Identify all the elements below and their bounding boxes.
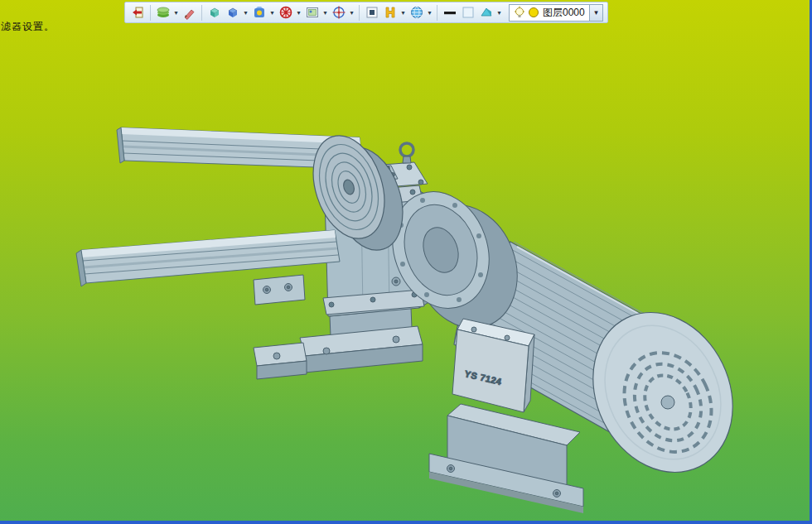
wheel-gear-icon[interactable] [277,4,294,22]
cube-view-icon[interactable] [224,4,241,22]
toolbar-separator [150,5,151,21]
eye-bolt [400,143,413,163]
render-layers-icon[interactable] [154,4,172,22]
dropdown-arrow[interactable]: ▾ [295,4,302,22]
paint-bucket-icon[interactable] [250,4,268,22]
solid-box-icon[interactable] [205,4,223,22]
toolbar-separator [437,5,437,21]
dropdown-arrow[interactable]: ▾ [242,4,249,22]
layer-combobox[interactable]: 图层0000 ▾ [509,4,603,22]
compass-target-icon[interactable] [330,4,347,22]
dropdown-arrow[interactable]: ▾ [348,4,355,22]
cad-window: YS 7124 [0,0,812,524]
line-width-icon[interactable] [441,4,458,22]
toolbar-separator [201,5,202,21]
terminal-box: YS 7124 [452,319,534,412]
dropdown-arrow[interactable]: ▾ [495,4,503,22]
prism-surface-icon[interactable] [477,4,495,22]
h-beam-icon[interactable] [381,4,399,22]
layer-state-icons [511,6,541,19]
combobox-dropdown-arrow[interactable]: ▾ [589,5,602,21]
layer-combobox-value: 图层0000 [541,6,589,20]
bulb-icon [513,6,526,19]
dropdown-arrow[interactable]: ▾ [426,4,433,22]
dropdown-arrow[interactable]: ▾ [321,4,329,22]
layer-color-swatch-icon [528,7,539,18]
exit-sketch-icon[interactable] [129,4,147,22]
filter-settings-label: 滤器设置。 [1,20,55,34]
toolbar: ▾ ▾ ▾ ▾ ▾ ▾ [124,2,608,23]
brush-icon[interactable] [181,4,198,22]
dropdown-arrow[interactable]: ▾ [172,4,180,22]
motor-base [429,404,583,513]
dropdown-arrow[interactable]: ▾ [268,4,276,22]
toolbar-separator [359,5,360,21]
dropdown-arrow[interactable]: ▾ [399,4,407,22]
blank-frame-icon[interactable] [459,4,476,22]
viewport-canvas[interactable]: YS 7124 [0,0,812,524]
globe-icon[interactable] [408,4,425,22]
image-frame-icon[interactable] [303,4,321,22]
selection-box-icon[interactable] [363,4,380,22]
